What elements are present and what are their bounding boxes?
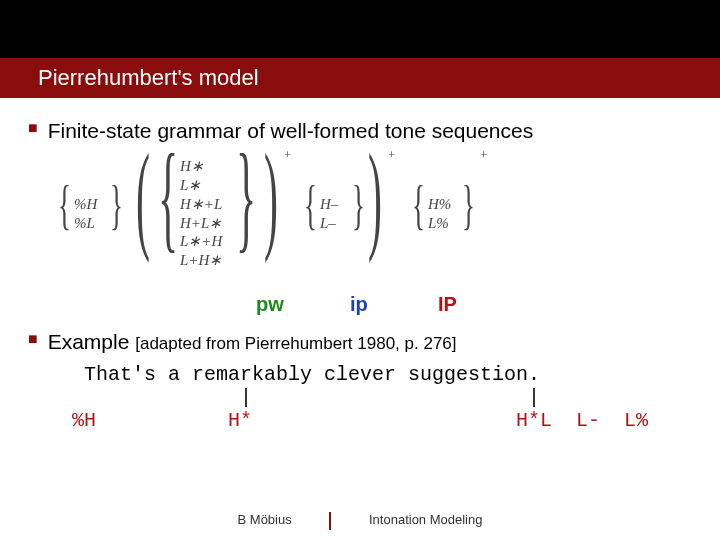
header-black-bar [0,0,720,58]
plus-sup-2: + [388,147,395,163]
slide-title: Pierrehumbert's model [38,65,259,91]
footer: B Möbius Intonation Modeling [0,512,720,530]
col3-items: H– L– [320,195,338,233]
label-IP: IP [438,293,457,316]
footer-author: B Möbius [238,512,292,527]
bullet-row-2: ■ Example [adapted from Pierrehumbert 19… [24,327,696,356]
footer-divider [329,512,331,530]
plus-sup-3: + [480,147,487,163]
col2-items: H∗ L∗ H∗+L H+L∗ L∗+H L+H∗ [180,157,222,270]
footer-topic: Intonation Modeling [369,512,482,527]
plus-sup-1: + [284,147,291,163]
bullet-2-text: Example [adapted from Pierrehumbert 1980… [48,327,457,356]
bullet-row-1: ■ Finite-state grammar of well-formed to… [24,116,696,145]
bullet-1-text: Finite-state grammar of well-formed tone… [48,116,534,145]
bullet-icon: ■ [28,116,38,140]
level-labels: pw ip IP [54,293,696,321]
tone-grammar-formula: { %H %L } ( { H∗ L∗ H∗+L H+L∗ L∗+H L+H∗ … [54,151,696,289]
example-alignment-bars: | | [84,386,696,409]
col4-items: H% L% [428,195,451,233]
col1-items: %H %L [74,195,97,233]
bullet-icon: ■ [28,327,38,351]
content-area: ■ Finite-state grammar of well-formed to… [0,98,720,432]
label-pw: pw [256,293,284,316]
title-bar: Pierrehumbert's model [0,58,720,98]
example-tone-tier: %H H* H*L L- L% [60,409,696,432]
example-citation: [adapted from Pierrehumbert 1980, p. 276… [135,334,456,353]
example-sentence: That's a remarkably clever suggestion. [84,363,696,386]
example-lead: Example [48,330,136,353]
label-ip: ip [350,293,368,316]
